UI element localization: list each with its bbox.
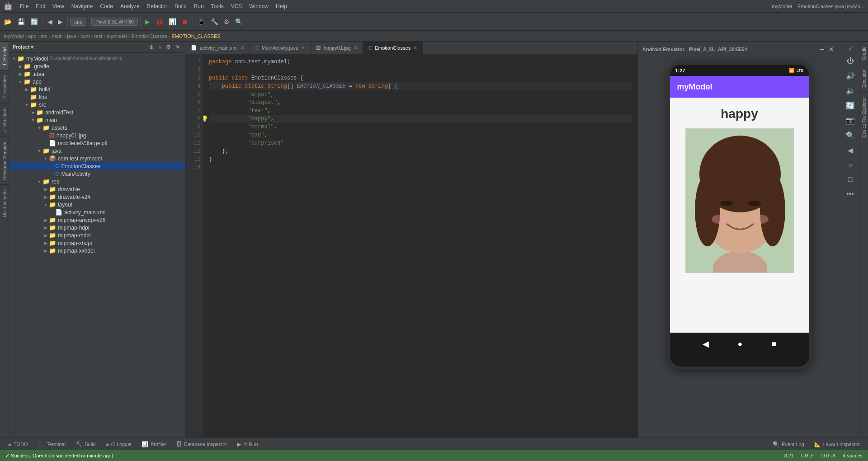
emu-zoom-btn[interactable]: 🔍 [844,129,857,141]
tab-activity-close[interactable]: ✕ [241,45,244,50]
phone-nav-back[interactable]: ◀ [703,339,709,349]
bottom-tab-profiler[interactable]: 📊 Profiler [137,440,171,448]
tab-ec-close[interactable]: ✕ [413,45,417,50]
tree-java[interactable]: ▼ 📁 java [9,147,185,155]
project-expand-btn[interactable]: ≡ [157,43,163,51]
sidebar-tab-structure[interactable]: Z: Structure [0,103,9,136]
menu-view[interactable]: View [49,2,68,10]
emu-recent-btn[interactable]: □ [846,174,854,185]
phone-nav-home[interactable]: ● [738,339,743,349]
emu-back-btn[interactable]: ◀ [846,144,855,156]
tree-mipmap-xhdpi[interactable]: ▶ 📁 mipmap-xhdpi [9,239,185,247]
tree-main[interactable]: ▼ 📁 main [9,116,185,124]
tree-mipmap-hdpi[interactable]: ▶ 📁 mipmap-hdpi [9,224,185,231]
bc-mymodel2[interactable]: mymodel [107,33,127,39]
tree-mipmap-xxhdpi[interactable]: ▶ 📁 mipmap-xxhdpi [9,247,185,254]
sidebar-tab-favorites[interactable]: 2: Favorites [0,70,9,103]
emu-vol-down-btn[interactable]: 🔉 [844,85,857,97]
bottom-tab-database-inspector[interactable]: 🗄 Database Inspector [172,440,231,448]
toolbar-profile[interactable]: 📊 [166,17,179,27]
bottom-tab-run[interactable]: ▶ 4: Run [232,440,262,448]
toolbar-avd[interactable]: 📱 [195,17,208,27]
tree-androidtest[interactable]: ▶ 📁 androidTest [9,108,185,116]
menu-build[interactable]: Build [171,2,190,10]
tab-emotionclasses[interactable]: C EmotionClasses ✕ [363,42,423,54]
tree-res[interactable]: ▼ 📁 res [9,178,185,185]
bulb-icon[interactable]: 💡 [203,115,208,123]
menu-edit[interactable]: Edit [32,2,49,10]
tree-app[interactable]: ▼ 📁 app [9,78,185,85]
tree-src[interactable]: ▼ 📁 src [9,101,185,108]
toolbar-stop[interactable]: ⏹ [179,17,190,27]
bc-emotion-classes-field[interactable]: EMOTION_CLASSES [171,33,220,39]
emulator-close[interactable]: ✕ [826,44,836,54]
emu-screenshot-btn[interactable]: 📷 [844,114,857,127]
toolbar-open[interactable]: 📂 [2,17,14,27]
emulator-minimize[interactable]: ─ [817,44,826,54]
menu-file[interactable]: File [16,2,32,10]
project-close-btn[interactable]: ✕ [174,43,181,51]
tree-mipmap-anydpi[interactable]: ▶ 📁 mipmap-anydpi-v26 [9,216,185,224]
bottom-tab-logcat[interactable]: ≡ 6: Logcat [101,440,136,448]
emu-rotate-btn[interactable]: 🔄 [844,99,857,112]
bottom-tab-layout-inspector[interactable]: 📐 Layout Inspector [810,440,864,448]
menu-vcs[interactable]: VCS [227,2,246,10]
bottom-tab-event-log[interactable]: 🔍 Event Log [768,440,809,448]
menu-tools[interactable]: Tools [208,2,227,10]
code-content[interactable]: package com.test.mymodel; public class E… [203,54,637,437]
tree-layout[interactable]: ▼ 📁 layout [9,201,185,208]
tab-mainactivity[interactable]: C MainActivity.java ✕ [250,42,311,54]
tree-activity-main-xml[interactable]: 📄 activity_main.xml [9,208,185,216]
bottom-tab-todo[interactable]: ≡ TODO [4,440,33,448]
tab-mainactivity-close[interactable]: ✕ [301,45,305,50]
tree-emotionclasses[interactable]: C EmotionClasses [9,162,185,170]
right-tab-gradle[interactable]: Gradle [859,42,868,65]
tab-happy01[interactable]: 🖼 happy01.jpg ✕ [311,42,363,54]
right-tab-device-explorer[interactable]: Device File Explorer [859,92,868,142]
sidebar-tab-project[interactable]: 1: Project [0,42,9,70]
emu-home-btn[interactable]: ○ [846,159,854,171]
bc-com[interactable]: com [80,33,90,39]
tree-mipmap-mdpi[interactable]: ▶ 📁 mipmap-mdpi [9,231,185,239]
menu-run[interactable]: Run [190,2,208,10]
emu-vol-up-btn[interactable]: 🔊 [844,70,857,82]
bc-mymodel[interactable]: myModel [4,33,24,39]
toolbar-search[interactable]: 🔍 [233,17,245,27]
project-locate-btn[interactable]: ⊕ [148,43,155,51]
tree-drawable[interactable]: ▶ 📁 drawable [9,185,185,193]
app-config-dropdown[interactable]: app [70,18,86,26]
sidebar-tab-resources[interactable]: Resource Manager [0,136,9,184]
bc-java[interactable]: java [67,33,76,39]
emu-more-btn[interactable]: ••• [844,188,856,200]
toolbar-run[interactable]: ▶ [143,17,152,27]
bc-test[interactable]: test [94,33,103,39]
sidebar-tab-build-variants[interactable]: Build Variants [0,184,9,221]
tab-activity-main-xml[interactable]: 📄 activity_main.xml ✕ [185,42,250,54]
toolbar-sync[interactable]: 🔄 [28,17,40,27]
device-dropdown[interactable]: Pixel 2 XL API 30 [91,18,138,26]
tab-happy01-close[interactable]: ✕ [354,45,357,50]
toolbar-save-all[interactable]: 💾 [15,17,27,27]
toolbar-sdk[interactable]: 🔧 [208,17,221,27]
menu-analyze[interactable]: Analyze [117,2,143,10]
menu-refactor[interactable]: Refactor [143,2,171,10]
menu-help[interactable]: Help [272,2,291,10]
tree-idea[interactable]: ▶ 📁 .idea [9,70,185,78]
bc-emotionclasses[interactable]: EmotionClasses [131,33,167,39]
tree-drawable-v24[interactable]: ▶ 📁 drawable-v24 [9,193,185,201]
tree-mobilenet[interactable]: 📄 mobilenetV3large.ptl [9,139,185,147]
tree-libs[interactable]: 📁 libs [9,93,185,101]
bc-app[interactable]: app [28,33,36,39]
tree-happy01[interactable]: 🖼 happy01.jpg [9,132,185,139]
tree-gradle[interactable]: ▶ 📁 .gradle [9,62,185,70]
menu-window[interactable]: Window [245,2,272,10]
toolbar-settings[interactable]: ⚙ [222,17,232,27]
bc-src[interactable]: src [41,33,47,39]
menu-navigate[interactable]: Navigate [68,2,96,10]
menu-code[interactable]: Code [96,2,117,10]
project-settings-btn[interactable]: ⚙ [165,43,172,51]
tree-package[interactable]: ▼ 📦 com.test.mymodel [9,155,185,162]
bottom-tab-terminal[interactable]: ⬛ Terminal [33,440,71,448]
tree-root[interactable]: ▼ 📁 myModel D:\Android\AndroidStudioProj… [9,55,185,62]
bc-main[interactable]: main [52,33,63,39]
